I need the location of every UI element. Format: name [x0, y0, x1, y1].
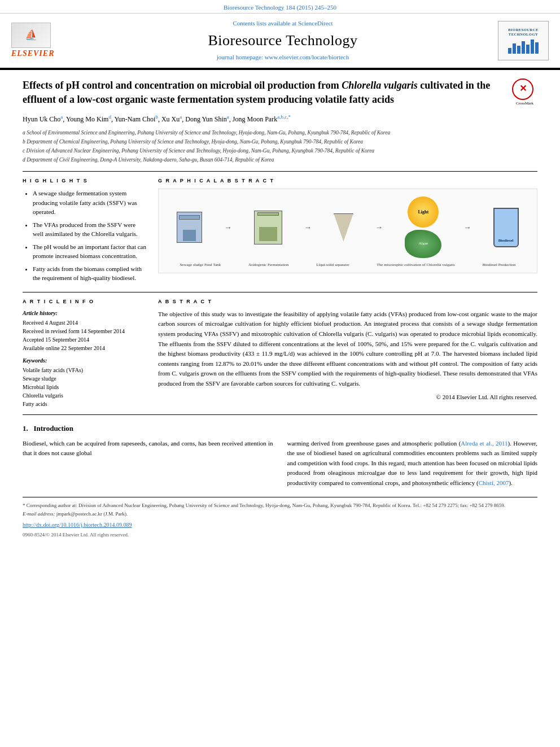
keyword-5: Fatty acids	[23, 400, 147, 408]
star-footnote: * Corresponding author at: Division of A…	[23, 502, 537, 509]
revised-date: Received in revised form 14 September 20…	[23, 327, 147, 335]
intro-section-title: 1. Introduction	[23, 423, 537, 434]
highlights-heading: H I G H L I G H T S	[23, 177, 147, 185]
contents-available: Contents lists available at ScienceDirec…	[73, 19, 492, 28]
ga-stage-5: Biodiesel	[493, 208, 519, 247]
ga-label-1: Sewage sludge Feed Tank	[180, 263, 221, 268]
bioresource-logo: BIORESOURCETECHNOLOGY	[498, 21, 549, 60]
ga-label-4: The mixotrophic cultivation of Chlorella…	[377, 263, 455, 268]
bar-1	[508, 48, 511, 54]
intro-section-num: 1.	[23, 424, 28, 433]
article-info-heading: A R T I C L E I N F O	[23, 298, 147, 305]
article-content: Effects of pH control and concentration …	[0, 70, 560, 547]
affiliation-d: d Department of Civil Engineering, Dong-…	[23, 156, 537, 164]
bar-7	[535, 42, 539, 54]
journal-homepage: journal homepage: www.elsevier.com/locat…	[73, 53, 492, 62]
highlights-abstract-row: H I G H L I G H T S A sewage sludge ferm…	[23, 177, 537, 286]
ga-chlorella-blob: Algae	[405, 230, 441, 258]
graphical-abstract-labels: Sewage sludge Feed Tank Acidogenic Ferme…	[163, 261, 532, 268]
journal-header: ⛵ ELSEVIER Contents lists available at S…	[0, 14, 560, 68]
graphical-abstract-heading: G R A P H I C A L A B S T R A C T	[158, 177, 537, 185]
ref-alreda[interactable]: Alreda et al., 2011	[461, 440, 508, 447]
bar-5	[526, 45, 530, 54]
affiliation-divider	[23, 171, 537, 172]
email-value: jmpark@postech.ac.kr (J.M. Park).	[56, 511, 128, 517]
elsevier-logo-section: ⛵ ELSEVIER	[11, 23, 68, 59]
mid-divider	[23, 292, 537, 292]
bar-3	[517, 46, 520, 54]
article-info-column: A R T I C L E I N F O Article history: R…	[23, 298, 147, 409]
doi-link[interactable]: http://dx.doi.org/10.1016/j.biortech.201…	[23, 521, 537, 529]
email-footnote: E-mail address: jmpark@postech.ac.kr (J.…	[23, 510, 537, 518]
crossmark-icon: ✕	[512, 78, 533, 100]
history-label: Article history:	[23, 309, 147, 317]
article-title-section: Effects of pH control and concentration …	[23, 78, 537, 107]
bar-6	[531, 40, 534, 54]
authors-line: Hyun Uk Choa, Young Mo Kimd, Yun-Nam Cho…	[23, 113, 537, 124]
ga-biodiesel-label: Biodiesel	[498, 238, 514, 244]
intro-left-text: Biodiesel, which can be acquired from ra…	[23, 439, 273, 458]
ga-label-3: Liqui-solid separator	[316, 263, 349, 268]
affiliations-section: a School of Environmental Science and En…	[23, 129, 537, 164]
ga-stage-4: Light Algae	[405, 196, 441, 258]
science-direct-link[interactable]: ScienceDirect	[298, 20, 333, 27]
ga-arrow-2: →	[304, 222, 312, 233]
ga-stage-2	[254, 211, 282, 244]
keywords-label: Keywords:	[23, 357, 147, 365]
graphical-abstract-inner: → → → Light	[163, 194, 532, 261]
bar-4	[522, 41, 525, 54]
ga-arrow-3: →	[375, 222, 383, 233]
elsevier-ship-icon: ⛵	[25, 28, 37, 42]
crossmark-label: CrossMark	[512, 101, 537, 107]
article-history: Article history: Received 4 August 2014 …	[23, 309, 147, 352]
ga-arrow-4: →	[463, 222, 471, 233]
affiliation-b: b Department of Chemical Engineering, Po…	[23, 138, 537, 146]
ga-stage-3	[334, 213, 353, 242]
ga-ferm-fill	[259, 227, 277, 241]
highlight-item-1: A sewage sludge fermentation system prod…	[33, 189, 147, 217]
elsevier-image: ⛵	[11, 23, 51, 48]
ga-stage-1	[177, 212, 202, 243]
received-date: Received 4 August 2014	[23, 319, 147, 327]
graphical-abstract-box: → → → Light	[158, 189, 537, 273]
ga-label-5: Biodiesel Production	[483, 263, 516, 268]
graphical-abstract-column: G R A P H I C A L A B S T R A C T →	[158, 177, 537, 286]
ga-tank-icon	[177, 212, 202, 243]
intro-two-col: Biodiesel, which can be acquired from ra…	[23, 439, 537, 488]
ref-chisti[interactable]: Chisti, 2007	[479, 479, 509, 486]
keyword-1: Volatile fatty acids (VFAs)	[23, 366, 147, 374]
top-bar: Bioresource Technology 184 (2015) 245–25…	[0, 0, 560, 14]
crossmark-section: ✕ CrossMark	[512, 78, 537, 107]
email-label: E-mail address:	[23, 511, 55, 517]
keyword-3: Microbial lipids	[23, 383, 147, 391]
affiliation-c: c Division of Advanced Nuclear Engineeri…	[23, 147, 537, 155]
info-abstract-row: A R T I C L E I N F O Article history: R…	[23, 298, 537, 409]
ga-separator-icon	[334, 213, 353, 242]
highlights-list: A sewage sludge fermentation system prod…	[23, 189, 147, 283]
journal-title: Bioresource Technology	[73, 30, 492, 51]
keywords-section: Keywords: Volatile fatty acids (VFAs) Se…	[23, 357, 147, 408]
intro-right-text: warming derived from greenhouse gases an…	[287, 439, 538, 488]
intro-left-col: Biodiesel, which can be acquired from ra…	[23, 439, 273, 488]
ga-light-circle: Light	[408, 196, 439, 228]
journal-reference: Bioresource Technology 184 (2015) 245–25…	[224, 4, 336, 11]
abstract-heading: A B S T R A C T	[158, 298, 537, 306]
accepted-date: Accepted 15 September 2014	[23, 336, 147, 344]
ga-ferm-top	[257, 212, 279, 216]
intro-right-col: warming derived from greenhouse gases an…	[287, 439, 538, 488]
bottom-divider	[23, 414, 537, 415]
elsevier-brand: ELSEVIER	[11, 48, 68, 59]
ga-tank-top	[179, 215, 200, 220]
intro-section-heading: Introduction	[34, 424, 74, 433]
copyright-footer: 0960-8524/© 2014 Elsevier Ltd. All right…	[23, 531, 537, 539]
ga-biodiesel-icon: Biodiesel	[493, 208, 519, 247]
abstract-copyright: © 2014 Elsevier Ltd. All rights reserved…	[158, 392, 537, 402]
article-title: Effects of pH control and concentration …	[23, 78, 506, 107]
abstract-text: The objective of this study was to inves…	[158, 309, 537, 389]
highlight-item-3: The pH would be an important factor that…	[33, 242, 147, 261]
footnote-section: * Corresponding author at: Division of A…	[23, 497, 537, 539]
available-date: Available online 22 September 2014	[23, 344, 147, 352]
highlight-item-4: Fatty acids from the biomass complied wi…	[33, 264, 147, 283]
ga-tank-fill	[183, 230, 196, 241]
right-logo-bars	[508, 40, 539, 54]
